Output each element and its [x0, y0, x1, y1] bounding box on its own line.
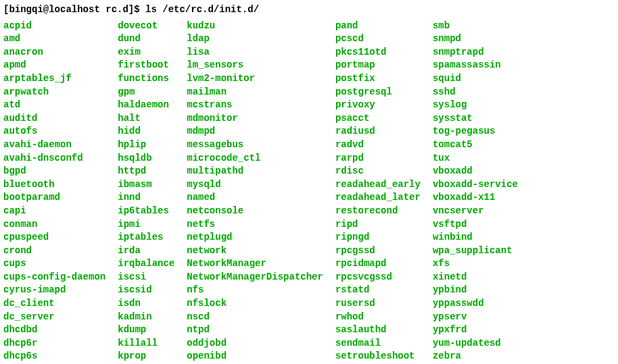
- file-entry: cups: [3, 257, 105, 271]
- file-entry: dhcp6s: [3, 350, 105, 363]
- file-entry: rpcidmapd: [335, 257, 421, 271]
- file-entry: rstatd: [335, 284, 421, 297]
- file-entry: vboxadd-service: [433, 178, 518, 192]
- file-entry: dund: [118, 32, 174, 46]
- file-entry: ibmasm: [118, 178, 174, 192]
- file-entry: hplip: [118, 138, 174, 152]
- file-entry: lm_sensors: [187, 59, 323, 72]
- file-entry: conman: [3, 218, 105, 232]
- file-entry: wpa_supplicant: [433, 244, 518, 258]
- file-entry: ripd: [335, 218, 421, 232]
- file-entry: restorecond: [335, 205, 421, 218]
- file-entry: snmptrapd: [433, 46, 518, 59]
- file-entry: amd: [3, 32, 105, 46]
- file-entry: ntpd: [187, 323, 323, 337]
- file-entry: irda: [118, 244, 174, 258]
- file-entry: microcode_ctl: [187, 152, 323, 165]
- file-entry: mdmonitor: [187, 112, 323, 126]
- file-entry: tog-pegasus: [433, 125, 518, 138]
- file-entry: tomcat5: [433, 138, 518, 152]
- column-1: dovecotdundeximfirstbootfunctionsgpmhald…: [118, 20, 174, 363]
- file-entry: sshd: [433, 86, 518, 99]
- file-entry: rusersd: [335, 297, 421, 311]
- file-entry: rpcgssd: [335, 244, 421, 258]
- file-entry: nfslock: [187, 297, 323, 311]
- file-entry: mysqld: [187, 178, 323, 192]
- file-entry: smb: [433, 20, 518, 33]
- file-entry: irqbalance: [118, 257, 174, 271]
- file-entry: bluetooth: [3, 178, 105, 192]
- file-entry: lvm2-monitor: [187, 72, 323, 86]
- file-entry: kudzu: [187, 20, 323, 33]
- file-entry: haldaemon: [118, 99, 174, 112]
- file-entry: arpwatch: [3, 86, 105, 99]
- file-entry: yum-updatesd: [433, 337, 518, 350]
- file-entry: pkcs11otd: [335, 46, 421, 59]
- file-entry: firstboot: [118, 59, 174, 72]
- file-entry: capi: [3, 205, 105, 218]
- file-entry: nscd: [187, 311, 323, 324]
- file-entry: netplugd: [187, 231, 323, 244]
- file-entry: vboxadd: [433, 165, 518, 178]
- file-entry: cyrus-imapd: [3, 284, 105, 297]
- file-entry: hsqldb: [118, 152, 174, 165]
- column-3: pandpcscdpkcs11otdportmappostfixpostgres…: [335, 20, 421, 363]
- file-entry: functions: [118, 72, 174, 86]
- file-entry: rwhod: [335, 311, 421, 324]
- file-entry: ipmi: [118, 218, 174, 232]
- file-entry: netfs: [187, 218, 323, 232]
- file-entry: avahi-dnsconfd: [3, 152, 105, 165]
- file-entry: kdump: [118, 323, 174, 337]
- file-entry: cups-config-daemon: [3, 271, 105, 284]
- file-entry: iscsi: [118, 271, 174, 284]
- file-entry: kprop: [118, 350, 174, 363]
- file-entry: ip6tables: [118, 205, 174, 218]
- file-entry: postfix: [335, 72, 421, 86]
- file-entry: syslog: [433, 99, 518, 112]
- file-entry: netconsole: [187, 205, 323, 218]
- file-entry: innd: [118, 191, 174, 205]
- file-entry: bootparamd: [3, 191, 105, 205]
- file-entry: iscsid: [118, 284, 174, 297]
- column-2: kudzuldaplisalm_sensorslvm2-monitormailm…: [187, 20, 323, 363]
- file-entry: saslauthd: [335, 323, 421, 337]
- file-entry: vncserver: [433, 205, 518, 218]
- file-entry: mailman: [187, 86, 323, 99]
- file-entry: mdmpd: [187, 125, 323, 138]
- file-entry: readahead_early: [335, 178, 421, 192]
- file-entry: bgpd: [3, 165, 105, 178]
- file-entry: radiusd: [335, 125, 421, 138]
- directory-listing: acpidamdanacronapmdarptables_jfarpwatcha…: [3, 20, 615, 363]
- file-entry: hidd: [118, 125, 174, 138]
- file-entry: dc_client: [3, 297, 105, 311]
- file-entry: messagebus: [187, 138, 323, 152]
- file-entry: zebra: [433, 350, 518, 363]
- file-entry: NetworkManagerDispatcher: [187, 271, 323, 284]
- file-entry: crond: [3, 244, 105, 258]
- file-entry: radvd: [335, 138, 421, 152]
- file-entry: isdn: [118, 297, 174, 311]
- file-entry: rarpd: [335, 152, 421, 165]
- file-entry: openibd: [187, 350, 323, 363]
- file-entry: privoxy: [335, 99, 421, 112]
- file-entry: apmd: [3, 59, 105, 72]
- file-entry: portmap: [335, 59, 421, 72]
- file-entry: atd: [3, 99, 105, 112]
- file-entry: dhcdbd: [3, 323, 105, 337]
- file-entry: exim: [118, 46, 174, 59]
- file-entry: gpm: [118, 86, 174, 99]
- file-entry: multipathd: [187, 165, 323, 178]
- file-entry: ypserv: [433, 311, 518, 324]
- file-entry: mcstrans: [187, 99, 323, 112]
- file-entry: ypbind: [433, 284, 518, 297]
- file-entry: pcscd: [335, 32, 421, 46]
- file-entry: xfs: [433, 257, 518, 271]
- file-entry: setroubleshoot: [335, 350, 421, 363]
- file-entry: ypxfrd: [433, 323, 518, 337]
- file-entry: postgresql: [335, 86, 421, 99]
- file-entry: yppasswdd: [433, 297, 518, 311]
- file-entry: dc_server: [3, 311, 105, 324]
- file-entry: dhcp6r: [3, 337, 105, 350]
- file-entry: winbind: [433, 231, 518, 244]
- file-entry: httpd: [118, 165, 174, 178]
